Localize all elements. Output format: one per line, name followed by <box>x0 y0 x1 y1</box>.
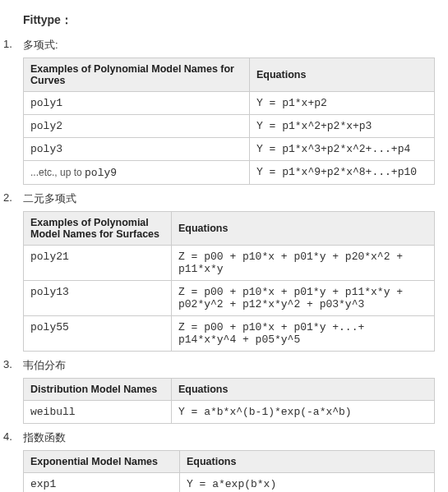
model-table: Exponential Model NamesEquationsexp1Y = … <box>23 450 435 492</box>
section-number: 3. <box>3 358 23 373</box>
section-label: 韦伯分布 <box>23 358 66 373</box>
model-name-cell: poly55 <box>24 316 172 352</box>
row-prefix: ...etc., up to <box>30 167 85 178</box>
model-name-cell: poly13 <box>24 281 172 316</box>
equation-cell: Y = p1*x^3+p2*x^2+...+p4 <box>250 138 435 161</box>
model-table: Distribution Model NamesEquationsweibull… <box>23 378 435 424</box>
section-number: 2. <box>3 191 23 206</box>
table-row: weibullY = a*b*x^(b-1)*exp(-a*x^b) <box>24 401 435 424</box>
model-name: poly21 <box>30 251 69 263</box>
model-name: poly2 <box>30 120 62 132</box>
table-header: Equations <box>250 58 435 92</box>
model-name-cell: poly2 <box>24 115 250 138</box>
model-name: poly55 <box>30 321 69 333</box>
model-name: poly9 <box>85 167 117 179</box>
section-number: 4. <box>3 430 23 445</box>
model-name: poly3 <box>30 143 62 155</box>
section-heading: 2.二元多项式 <box>23 191 435 206</box>
model-table: Examples of Polynomial Model Names for C… <box>23 57 435 185</box>
section-label: 多项式: <box>23 38 58 53</box>
table-header: Equations <box>180 451 435 473</box>
model-table: Examples of Polynomial Model Names for S… <box>23 211 435 352</box>
model-name: weibull <box>30 406 76 418</box>
content-list: 1.多项式:Examples of Polynomial Model Names… <box>23 38 435 492</box>
equation-cell: Y = p1*x+p2 <box>250 92 435 115</box>
equation-cell: Z = p00 + p10*x + p01*y + p11*x*y + p02*… <box>172 281 435 316</box>
model-name-cell: ...etc., up to poly9 <box>24 161 250 185</box>
table-row: ...etc., up to poly9Y = p1*x^9+p2*x^8+..… <box>24 161 435 185</box>
table-row: poly21Z = p00 + p10*x + p01*y + p20*x^2 … <box>24 246 435 281</box>
table-header: Equations <box>172 212 435 246</box>
table-header: Equations <box>172 379 435 401</box>
table-header: Distribution Model Names <box>24 379 172 401</box>
equation-cell: Y = p1*x^2+p2*x+p3 <box>250 115 435 138</box>
table-row: exp1Y = a*exp(b*x) <box>24 473 435 493</box>
model-name-cell: weibull <box>24 401 172 424</box>
model-name: poly1 <box>30 97 62 109</box>
table-row: poly1Y = p1*x+p2 <box>24 92 435 115</box>
section-heading: 1.多项式: <box>23 38 435 53</box>
equation-cell: Z = p00 + p10*x + p01*y +...+ p14*x*y^4 … <box>172 316 435 352</box>
model-name-cell: exp1 <box>24 473 180 493</box>
equation-cell: Y = a*b*x^(b-1)*exp(-a*x^b) <box>172 401 435 424</box>
page-title: Fittype： <box>23 13 435 28</box>
table-header: Examples of Polynomial Model Names for C… <box>24 58 250 92</box>
section-heading: 4.指数函数 <box>23 430 435 445</box>
section-heading: 3.韦伯分布 <box>23 358 435 373</box>
model-name: exp1 <box>30 478 56 490</box>
table-row: poly13Z = p00 + p10*x + p01*y + p11*x*y … <box>24 281 435 316</box>
model-name-cell: poly3 <box>24 138 250 161</box>
equation-cell: Z = p00 + p10*x + p01*y + p20*x^2 + p11*… <box>172 246 435 281</box>
table-header: Exponential Model Names <box>24 451 180 473</box>
table-row: poly55Z = p00 + p10*x + p01*y +...+ p14*… <box>24 316 435 352</box>
table-row: poly2Y = p1*x^2+p2*x+p3 <box>24 115 435 138</box>
model-name-cell: poly21 <box>24 246 172 281</box>
section-label: 指数函数 <box>23 430 66 445</box>
equation-cell: Y = p1*x^9+p2*x^8+...+p10 <box>250 161 435 185</box>
model-name: poly13 <box>30 286 69 298</box>
table-header: Examples of Polynomial Model Names for S… <box>24 212 172 246</box>
section-number: 1. <box>3 38 23 53</box>
section-label: 二元多项式 <box>23 191 76 206</box>
table-row: poly3Y = p1*x^3+p2*x^2+...+p4 <box>24 138 435 161</box>
equation-cell: Y = a*exp(b*x) <box>180 473 435 493</box>
model-name-cell: poly1 <box>24 92 250 115</box>
